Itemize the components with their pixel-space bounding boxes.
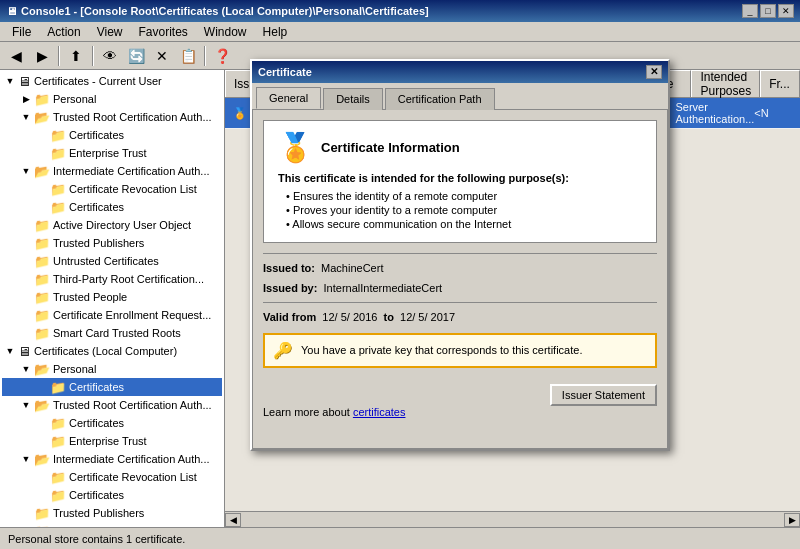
cert-info-box: 🏅 Certificate Information This certifica… — [263, 120, 657, 243]
tree-label-current-user: Certificates - Current User — [34, 75, 162, 87]
cert-tab-bar: General Details Certification Path — [252, 83, 668, 109]
folder-icon-intermediate-cu: 📂 — [34, 164, 50, 179]
show-hide-button[interactable]: 👁 — [98, 45, 122, 67]
title-bar-controls: _ □ ✕ — [742, 4, 794, 18]
tree-item-crl-lc[interactable]: 📁 Certificate Revocation List — [2, 468, 222, 486]
folder-icon-personal-cu: 📁 — [34, 92, 50, 107]
cert-issued-by-value: InternalIntermediateCert — [324, 282, 443, 294]
tree-item-certs-personal-lc[interactable]: 📁 Certificates — [2, 378, 222, 396]
expander-personal-lc[interactable]: ▼ — [18, 361, 34, 377]
title-bar: 🖥 Console1 - [Console Root\Certificates … — [0, 0, 800, 22]
minimize-button[interactable]: _ — [742, 4, 758, 18]
menu-window[interactable]: Window — [196, 23, 255, 41]
tree-item-personal-cu[interactable]: ▶ 📁 Personal — [2, 90, 222, 108]
certificate-dialog: Certificate ✕ General Details Certificat… — [250, 59, 670, 451]
tree-label-certs-trusted-root-lc: Certificates — [69, 417, 124, 429]
tree-item-crl-cu[interactable]: 📁 Certificate Revocation List — [2, 180, 222, 198]
tree-item-trusted-pub-lc[interactable]: 📁 Trusted Publishers — [2, 504, 222, 522]
properties-button[interactable]: 📋 — [176, 45, 200, 67]
scroll-left-btn[interactable]: ◀ — [225, 513, 241, 527]
cert-bullet-1: Ensures the identity of a remote compute… — [286, 190, 642, 202]
back-button[interactable]: ◀ — [4, 45, 28, 67]
close-button[interactable]: ✕ — [778, 4, 794, 18]
certificates-link[interactable]: certificates — [353, 406, 406, 418]
tree-label-thirdparty-cu: Third-Party Root Certification... — [53, 273, 204, 285]
tree-item-smartcard[interactable]: 📁 Smart Card Trusted Roots — [2, 324, 222, 342]
tree-item-trusted-root-cu[interactable]: ▼ 📂 Trusted Root Certification Auth... — [2, 108, 222, 126]
cert-valid-to-date: 12/ 5/ 2017 — [400, 311, 455, 323]
tree-item-untrusted-cu[interactable]: 📁 Untrusted Certificates — [2, 252, 222, 270]
title-bar-text: Console1 - [Console Root\Certificates (L… — [21, 5, 429, 17]
expander-local-computer[interactable]: ▼ — [2, 343, 18, 359]
tree-item-certs-intermediate-cu[interactable]: 📁 Certificates — [2, 198, 222, 216]
folder-icon-personal-lc: 📂 — [34, 362, 50, 377]
h-scrollbar[interactable]: ◀ ▶ — [225, 511, 800, 527]
folder-icon-certs-intermediate-cu: 📁 — [50, 200, 66, 215]
tab-general[interactable]: General — [256, 87, 321, 109]
tree-item-intermediate-cu[interactable]: ▼ 📂 Intermediate Certification Auth... — [2, 162, 222, 180]
forward-button[interactable]: ▶ — [30, 45, 54, 67]
menu-favorites[interactable]: Favorites — [131, 23, 196, 41]
folder-icon-crl-lc: 📁 — [50, 470, 66, 485]
tree-item-trusted-people[interactable]: 📁 Trusted People — [2, 288, 222, 306]
col-friendly[interactable]: Fr... — [760, 70, 800, 97]
expander-trusted-root-cu[interactable]: ▼ — [18, 109, 34, 125]
tree-label-certs-trusted-root-cu: Certificates — [69, 129, 124, 141]
cert-bullet-2: Proves your identity to a remote compute… — [286, 204, 642, 216]
scroll-right-btn[interactable]: ▶ — [784, 513, 800, 527]
tree-item-thirdparty-cu[interactable]: 📁 Third-Party Root Certification... — [2, 270, 222, 288]
tree-item-personal-lc[interactable]: ▼ 📂 Personal — [2, 360, 222, 378]
tree-label-smartcard: Smart Card Trusted Roots — [53, 327, 181, 339]
tree-item-certs-trusted-root-lc[interactable]: 📁 Certificates — [2, 414, 222, 432]
toolbar-separator-2 — [92, 46, 94, 66]
tree-item-aduo[interactable]: 📁 Active Directory User Object — [2, 216, 222, 234]
menu-view[interactable]: View — [89, 23, 131, 41]
cert-issued-to-field: Issued to: MachineCert — [263, 262, 657, 274]
menu-action[interactable]: Action — [39, 23, 88, 41]
tab-cert-path[interactable]: Certification Path — [385, 88, 495, 110]
app-icon: 🖥 — [6, 5, 17, 17]
cert-icon-large: 🏅 — [278, 131, 313, 164]
tree-item-enterprise-trust-cu[interactable]: 📁 Enterprise Trust — [2, 144, 222, 162]
expander-intermediate-cu[interactable]: ▼ — [18, 163, 34, 179]
cert-dialog-titlebar: Certificate ✕ — [252, 61, 668, 83]
refresh-button[interactable]: 🔄 — [124, 45, 148, 67]
expander-enterprise-trust-cu — [34, 145, 50, 161]
tree-item-certs-lc[interactable]: 📁 Certificates — [2, 486, 222, 504]
maximize-button[interactable]: □ — [760, 4, 776, 18]
expander-intermediate-lc[interactable]: ▼ — [18, 451, 34, 467]
tree-label-local-computer: Certificates (Local Computer) — [34, 345, 177, 357]
cert-bullet-list: Ensures the identity of a remote compute… — [278, 190, 642, 230]
cert-issued-to-value: MachineCert — [321, 262, 383, 274]
key-icon: 🔑 — [273, 341, 293, 360]
col-purposes[interactable]: Intended Purposes — [691, 70, 760, 97]
expander-current-user[interactable]: ▼ — [2, 73, 18, 89]
expander-personal-cu[interactable]: ▶ — [18, 91, 34, 107]
folder-icon-untrusted-cu: 📁 — [34, 254, 50, 269]
tree-item-cert-enroll[interactable]: 📁 Certificate Enrollment Request... — [2, 306, 222, 324]
tree-label-personal-cu: Personal — [53, 93, 96, 105]
help-button[interactable]: ❓ — [210, 45, 234, 67]
tab-details[interactable]: Details — [323, 88, 383, 110]
tree-item-local-computer[interactable]: ▼ 🖥 Certificates (Local Computer) — [2, 342, 222, 360]
tree-item-enterprise-lc[interactable]: 📁 Enterprise Trust — [2, 432, 222, 450]
menu-file[interactable]: File — [4, 23, 39, 41]
tree-item-intermediate-lc[interactable]: ▼ 📂 Intermediate Certification Auth... — [2, 450, 222, 468]
folder-icon-trusted-pub-cu: 📁 — [34, 236, 50, 251]
tree-label-trusted-root-cu: Trusted Root Certification Auth... — [53, 111, 212, 123]
cert-dialog-close[interactable]: ✕ — [646, 65, 662, 79]
left-panel: ▼ 🖥 Certificates - Current User ▶ 📁 Pers… — [0, 70, 225, 527]
tree-item-trusted-root-lc[interactable]: ▼ 📂 Trusted Root Certification Auth... — [2, 396, 222, 414]
expander-trusted-root-lc[interactable]: ▼ — [18, 397, 34, 413]
folder-icon-trusted-people: 📁 — [34, 290, 50, 305]
delete-button[interactable]: ✕ — [150, 45, 174, 67]
tree-item-trusted-pub-cu[interactable]: 📁 Trusted Publishers — [2, 234, 222, 252]
computer-icon-lc: 🖥 — [18, 344, 31, 359]
tree-item-current-user[interactable]: ▼ 🖥 Certificates - Current User — [2, 72, 222, 90]
issuer-statement-button[interactable]: Issuer Statement — [550, 384, 657, 406]
cert-row-icon: 🏅 — [233, 107, 247, 120]
menu-help[interactable]: Help — [255, 23, 296, 41]
folder-icon-enterprise-trust-cu: 📁 — [50, 146, 66, 161]
up-button[interactable]: ⬆ — [64, 45, 88, 67]
tree-item-certs-trusted-root-cu[interactable]: 📁 Certificates — [2, 126, 222, 144]
